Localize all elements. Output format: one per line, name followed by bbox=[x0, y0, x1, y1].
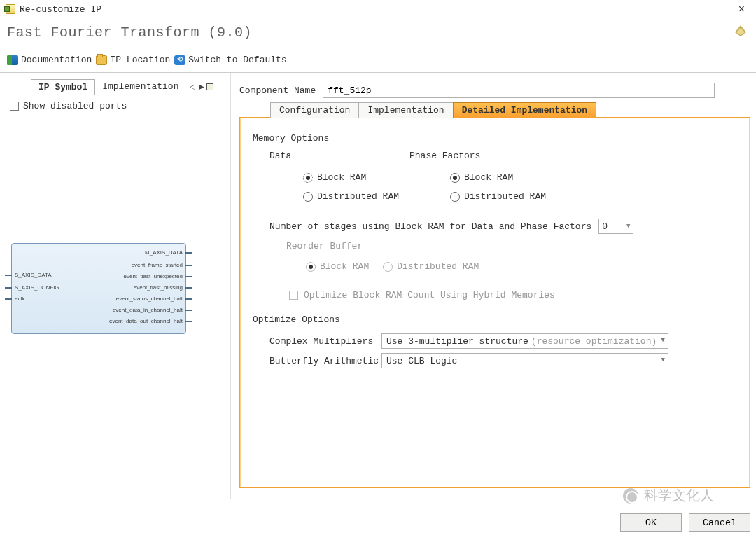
show-disabled-label: Show disabled ports bbox=[23, 101, 127, 111]
hybrid-checkbox bbox=[289, 291, 298, 300]
chevron-down-icon: ▼ bbox=[662, 356, 665, 364]
stages-label: Number of stages using Block RAM for Dat… bbox=[270, 221, 592, 232]
phase-block-ram-radio[interactable] bbox=[450, 173, 460, 183]
reorder-dist-ram-label: Distributed RAM bbox=[397, 261, 479, 272]
reorder-block-ram-label: Block RAM bbox=[320, 261, 369, 272]
tab-prev-icon[interactable]: ◁ bbox=[188, 83, 197, 90]
component-name-label: Component Name bbox=[239, 85, 316, 96]
close-icon[interactable]: × bbox=[733, 3, 750, 15]
right-panel: Component Name Configuration Implementat… bbox=[231, 73, 756, 499]
memory-phase-label: Phase Factors bbox=[410, 151, 480, 161]
phase-dist-ram-option[interactable]: Distributed RAM bbox=[450, 191, 597, 202]
switch-icon: ⟲ bbox=[174, 55, 186, 65]
vendor-logo-icon bbox=[732, 24, 749, 41]
reorder-dist-ram-option: Distributed RAM bbox=[383, 261, 479, 272]
ip-location-link[interactable]: IP Location bbox=[96, 55, 170, 65]
switch-defaults-label: Switch to Defaults bbox=[188, 55, 286, 65]
component-name-row: Component Name bbox=[239, 83, 750, 98]
phase-dist-ram-radio[interactable] bbox=[450, 192, 460, 202]
data-block-ram-option[interactable]: Block RAM bbox=[303, 172, 450, 183]
butterfly-arithmetic-select[interactable]: Use CLB Logic ▼ bbox=[382, 353, 668, 368]
port-event-status-halt: event_status_channel_halt bbox=[116, 296, 192, 302]
ip-symbol-diagram: S_AXIS_DATA S_AXIS_CONFIG aclk M_AXIS_DA… bbox=[11, 243, 186, 334]
data-dist-ram-label: Distributed RAM bbox=[317, 191, 399, 202]
stages-select[interactable]: 0 ▼ bbox=[598, 219, 634, 234]
documentation-link[interactable]: Documentation bbox=[7, 55, 92, 65]
reorder-buffer-title: Reorder Buffer bbox=[286, 241, 737, 251]
titlebar: Re-customize IP × bbox=[0, 0, 756, 18]
tab-list-icon[interactable] bbox=[206, 83, 214, 90]
page-title: Fast Fourier Transform (9.0) bbox=[7, 25, 252, 41]
window-icon bbox=[6, 4, 15, 14]
reorder-dist-ram-radio bbox=[383, 262, 393, 272]
left-tabs: IP Symbol Implementation ◁ ▶ bbox=[7, 78, 227, 95]
port-event-frame-started: event_frame_started bbox=[132, 262, 192, 268]
port-event-data-out-halt: event_data_out_channel_halt bbox=[109, 318, 192, 324]
reorder-block-ram-option: Block RAM bbox=[306, 261, 369, 272]
port-s-axis-config: S_AXIS_CONFIG bbox=[5, 284, 59, 291]
complex-multipliers-select[interactable]: Use 3-multiplier structure (resource opt… bbox=[382, 333, 668, 349]
port-event-tlast-unexpected: event_tlast_unexpected bbox=[123, 273, 192, 279]
data-block-ram-radio[interactable] bbox=[303, 173, 313, 183]
reorder-block-ram-radio bbox=[306, 262, 316, 272]
port-m-axis-data: M_AXIS_DATA bbox=[145, 249, 192, 256]
tab-next-icon[interactable]: ▶ bbox=[197, 83, 206, 90]
stages-value: 0 bbox=[602, 221, 608, 232]
show-disabled-checkbox[interactable] bbox=[10, 102, 19, 111]
butterfly-arithmetic-value: Use CLB Logic bbox=[386, 356, 457, 366]
tab-implementation-left[interactable]: Implementation bbox=[95, 79, 186, 94]
right-tabs: Configuration Implementation Detailed Im… bbox=[239, 102, 750, 488]
detailed-implementation-panel: Memory Options Data Phase Factors Block … bbox=[239, 117, 750, 488]
memory-data-label: Data bbox=[270, 151, 410, 161]
chevron-down-icon: ▼ bbox=[626, 223, 630, 230]
page-header: Fast Fourier Transform (9.0) bbox=[0, 18, 756, 52]
optimize-options-title: Optimize Options bbox=[253, 314, 737, 325]
data-dist-ram-option[interactable]: Distributed RAM bbox=[303, 191, 450, 202]
butterfly-arithmetic-label: Butterfly Arithmetic bbox=[270, 356, 382, 366]
left-panel: IP Symbol Implementation ◁ ▶ Show disabl… bbox=[0, 73, 231, 499]
toolbar: Documentation IP Location ⟲ Switch to De… bbox=[0, 52, 756, 73]
port-s-axis-data: S_AXIS_DATA bbox=[5, 272, 52, 278]
content: IP Symbol Implementation ◁ ▶ Show disabl… bbox=[0, 73, 756, 499]
phase-block-ram-option[interactable]: Block RAM bbox=[450, 172, 597, 183]
phase-block-ram-label: Block RAM bbox=[464, 172, 513, 183]
port-aclk: aclk bbox=[5, 296, 24, 302]
tab-ip-symbol[interactable]: IP Symbol bbox=[31, 79, 95, 95]
tab-detailed-implementation[interactable]: Detailed Implementation bbox=[453, 102, 596, 118]
complex-multipliers-hint: (resource optimization) bbox=[531, 336, 657, 347]
hybrid-label: Optimize Block RAM Count Using Hybrid Me… bbox=[304, 290, 555, 300]
memory-options-title: Memory Options bbox=[253, 133, 737, 144]
tab-implementation[interactable]: Implementation bbox=[358, 102, 453, 118]
component-name-input[interactable] bbox=[323, 83, 715, 98]
complex-multipliers-value: Use 3-multiplier structure bbox=[386, 336, 528, 347]
data-block-ram-label: Block RAM bbox=[317, 172, 366, 183]
chevron-down-icon: ▼ bbox=[662, 337, 665, 344]
dialog-footer: OK Cancel bbox=[620, 509, 750, 536]
folder-icon bbox=[96, 55, 107, 65]
phase-dist-ram-label: Distributed RAM bbox=[464, 191, 546, 202]
port-event-data-in-halt: event_data_in_channel_halt bbox=[113, 307, 192, 313]
cancel-button[interactable]: Cancel bbox=[689, 513, 750, 532]
port-event-tlast-missing: event_tlast_missing bbox=[134, 284, 192, 291]
data-dist-ram-radio[interactable] bbox=[303, 192, 313, 202]
ok-button[interactable]: OK bbox=[620, 513, 682, 532]
tab-configuration[interactable]: Configuration bbox=[270, 102, 359, 118]
documentation-label: Documentation bbox=[21, 55, 92, 65]
hybrid-optimize-row: Optimize Block RAM Count Using Hybrid Me… bbox=[289, 290, 737, 300]
switch-defaults-link[interactable]: ⟲ Switch to Defaults bbox=[174, 55, 286, 65]
window-title: Re-customize IP bbox=[20, 4, 102, 15]
complex-multipliers-label: Complex Multipliers bbox=[270, 336, 382, 347]
ip-location-label: IP Location bbox=[110, 55, 170, 65]
book-icon bbox=[7, 55, 18, 65]
show-disabled-ports[interactable]: Show disabled ports bbox=[7, 95, 227, 117]
